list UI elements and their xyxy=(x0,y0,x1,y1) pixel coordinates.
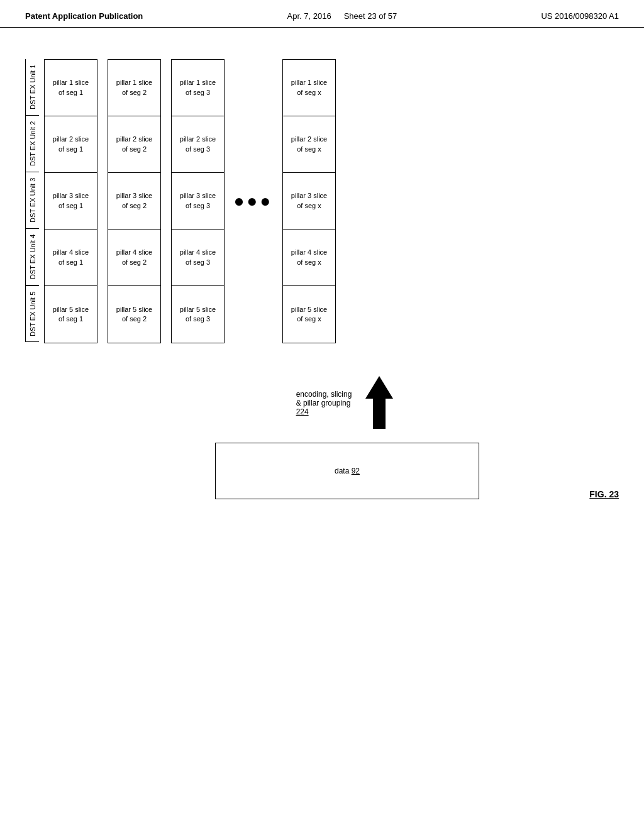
cell-segx-p5: pillar 5 sliceof seg x xyxy=(283,286,335,343)
cell-seg1-p4: pillar 4 sliceof seg 1 xyxy=(45,230,97,286)
main-content: DST EX Unit 1 DST EX Unit 2 DST EX Unit … xyxy=(0,28,644,518)
cell-seg1-p5: pillar 5 sliceof seg 1 xyxy=(45,286,97,343)
bottom-section: encoding, slicing & pillar grouping224 d… xyxy=(75,375,619,499)
arrow-label-line1: encoding, slicing xyxy=(296,390,352,399)
figure-label: FIG. 23 xyxy=(589,489,619,499)
cell-seg3-p3: pillar 3 sliceof seg 3 xyxy=(172,173,224,230)
continuation-dots: ●●● xyxy=(235,60,272,343)
header-center: Apr. 7, 2016 Sheet 23 of 57 xyxy=(287,11,397,21)
publication-date: Apr. 7, 2016 xyxy=(287,11,331,21)
unit-label-1: DST EX Unit 1 xyxy=(25,59,39,116)
cell-seg2-p1: pillar 1 sliceof seg 2 xyxy=(108,60,160,116)
segment-group-1: pillar 1 sliceof seg 1 pillar 2 sliceof … xyxy=(44,59,97,343)
cell-seg3-p2: pillar 2 sliceof seg 3 xyxy=(172,116,224,173)
cell-segx-p4: pillar 4 sliceof seg x xyxy=(283,230,335,286)
cell-seg1-p3: pillar 3 sliceof seg 1 xyxy=(45,173,97,230)
upward-arrow-icon xyxy=(360,375,398,431)
cell-segx-p3: pillar 3 sliceof seg x xyxy=(283,173,335,230)
segment-group-2: pillar 1 sliceof seg 2 pillar 2 sliceof … xyxy=(108,59,161,343)
cell-segx-p2: pillar 2 sliceof seg x xyxy=(283,116,335,173)
patent-number: US 2016/0098320 A1 xyxy=(541,11,619,21)
cell-seg2-p2: pillar 2 sliceof seg 2 xyxy=(108,116,160,173)
cell-seg3-p1: pillar 1 sliceof seg 3 xyxy=(172,60,224,116)
arrow-label: encoding, slicing & pillar grouping224 xyxy=(296,390,352,416)
data-box: data 92 xyxy=(215,443,479,499)
cell-seg3-p5: pillar 5 sliceof seg 3 xyxy=(172,286,224,343)
cell-seg2-p4: pillar 4 sliceof seg 2 xyxy=(108,230,160,286)
sheet-info: Sheet 23 of 57 xyxy=(344,11,397,21)
data-label: data 92 xyxy=(335,467,360,475)
unit-label-3: DST EX Unit 3 xyxy=(25,172,39,229)
svg-rect-1 xyxy=(373,399,386,429)
arrow-section: encoding, slicing & pillar grouping224 xyxy=(296,375,399,431)
publication-label: Patent Application Publication xyxy=(25,11,143,21)
page-header: Patent Application Publication Apr. 7, 2… xyxy=(0,0,644,28)
unit-labels-column: DST EX Unit 1 DST EX Unit 2 DST EX Unit … xyxy=(25,59,39,342)
unit-label-2: DST EX Unit 2 xyxy=(25,116,39,172)
cell-seg2-p5: pillar 5 sliceof seg 2 xyxy=(108,286,160,343)
cell-seg1-p1: pillar 1 sliceof seg 1 xyxy=(45,60,97,116)
cell-seg1-p2: pillar 2 sliceof seg 1 xyxy=(45,116,97,173)
unit-label-4: DST EX Unit 4 xyxy=(25,229,39,285)
unit-label-5: DST EX Unit 5 xyxy=(25,285,39,342)
cell-seg3-p4: pillar 4 sliceof seg 3 xyxy=(172,230,224,286)
arrow-label-line2: & pillar grouping224 xyxy=(296,399,352,416)
segment-group-x: pillar 1 sliceof seg x pillar 2 sliceof … xyxy=(282,59,336,343)
cell-segx-p1: pillar 1 sliceof seg x xyxy=(283,60,335,116)
segment-group-3: pillar 1 sliceof seg 3 pillar 2 sliceof … xyxy=(171,59,225,343)
svg-marker-0 xyxy=(365,376,393,399)
cell-seg2-p3: pillar 3 sliceof seg 2 xyxy=(108,173,160,230)
